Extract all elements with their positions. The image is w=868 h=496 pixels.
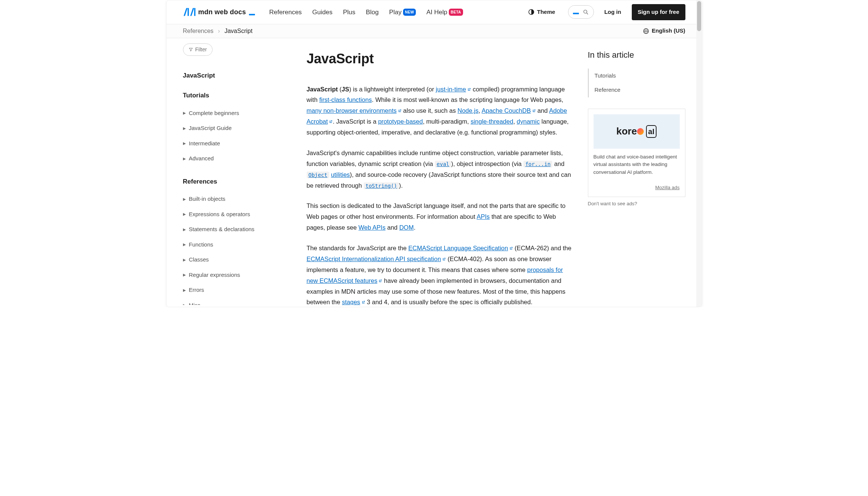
article: JavaScript JavaScript (JS) is a lightwei… xyxy=(307,43,577,305)
sidebar-item-errors[interactable]: ▶Errors xyxy=(183,282,292,298)
page-title: JavaScript xyxy=(307,49,573,69)
theme-button[interactable]: Theme xyxy=(528,8,555,16)
paragraph-4: The standards for JavaScript are the ECM… xyxy=(307,243,573,305)
filter-button[interactable]: Filter xyxy=(183,43,213,56)
link-dom[interactable]: DOM xyxy=(399,224,414,231)
sidebar-item-regular-expressions[interactable]: ▶Regular expressions xyxy=(183,267,292,283)
paragraph-1: JavaScript (JS) is a lightweight interpr… xyxy=(307,84,573,138)
breadcrumb: References › JavaScript xyxy=(183,27,253,36)
code-object[interactable]: Object xyxy=(307,172,330,178)
triangle-right-icon: ▶ xyxy=(183,242,186,247)
triangle-right-icon: ▶ xyxy=(183,302,186,305)
ad-logo: koreaI xyxy=(594,114,680,149)
triangle-right-icon: ▶ xyxy=(183,287,186,293)
link-prototype-based[interactable]: prototype-based xyxy=(378,118,423,125)
breadcrumb-bar: References › JavaScript English (US) xyxy=(166,24,702,38)
triangle-right-icon: ▶ xyxy=(183,227,186,232)
sidebar-item-classes[interactable]: ▶Classes xyxy=(183,252,292,267)
sidebar-heading-references: References xyxy=(183,177,292,187)
top-nav: mdn web docs References Guides Plus Blog… xyxy=(166,0,702,24)
mdn-logo-icon xyxy=(183,7,196,17)
link-stages[interactable]: stages xyxy=(342,299,365,305)
nav-guides[interactable]: Guides xyxy=(312,7,333,17)
new-badge: NEW xyxy=(403,9,416,16)
code-for-in[interactable]: for...in xyxy=(523,161,552,167)
search-icon xyxy=(583,9,589,15)
scrollbar[interactable] xyxy=(696,0,702,307)
triangle-right-icon: ▶ xyxy=(183,140,186,146)
toc-item-tutorials[interactable]: Tutorials xyxy=(595,69,685,83)
link-web-apis[interactable]: Web APIs xyxy=(358,224,385,231)
triangle-right-icon: ▶ xyxy=(183,257,186,263)
triangle-right-icon: ▶ xyxy=(183,272,186,278)
link-couchdb[interactable]: Apache CouchDB xyxy=(482,107,536,114)
search-cursor-icon xyxy=(573,13,579,14)
link-ecmascript-intl-spec[interactable]: ECMAScript Internationalization API spec… xyxy=(307,255,446,262)
triangle-right-icon: ▶ xyxy=(183,196,186,202)
nav-references[interactable]: References xyxy=(269,7,302,17)
nav-aihelp[interactable]: AI HelpBETA xyxy=(426,7,463,17)
nav-blog[interactable]: Blog xyxy=(366,7,379,17)
logo-text: mdn web docs xyxy=(198,7,246,17)
ad-attribution-link[interactable]: Mozilla ads xyxy=(594,184,680,191)
toc: In this article Tutorials Reference kore… xyxy=(588,43,685,305)
link-single-threaded[interactable]: single-threaded xyxy=(471,118,513,125)
link-first-class-functions[interactable]: first-class functions xyxy=(319,96,372,103)
sidebar-item-misc[interactable]: ▶Misc xyxy=(183,298,292,305)
sidebar-item-statements-declarations[interactable]: ▶Statements & declarations xyxy=(183,222,292,237)
paragraph-2: JavaScript's dynamic capabilities includ… xyxy=(307,148,573,191)
scrollbar-thumb[interactable] xyxy=(697,1,701,31)
beta-badge: BETA xyxy=(449,9,463,16)
ad-optout-link[interactable]: Don't want to see ads? xyxy=(588,200,685,208)
sidebar-heading-tutorials: Tutorials xyxy=(183,91,292,100)
language-selector[interactable]: English (US) xyxy=(643,27,685,35)
ad-text: Build chat and voice-based intelligent v… xyxy=(594,153,680,177)
svg-line-2 xyxy=(586,13,588,14)
search-input[interactable] xyxy=(568,5,594,19)
ad-logo-dot-icon xyxy=(637,128,644,135)
link-jit[interactable]: just-in-time xyxy=(436,86,471,93)
signup-button[interactable]: Sign up for free xyxy=(632,4,685,20)
sidebar-item-functions[interactable]: ▶Functions xyxy=(183,237,292,252)
svg-point-1 xyxy=(583,10,587,13)
link-apis[interactable]: APIs xyxy=(477,213,490,220)
ad-box[interactable]: koreaI Build chat and voice-based intell… xyxy=(588,109,685,197)
sidebar-item-javascript-guide[interactable]: ▶JavaScript Guide xyxy=(183,121,292,136)
link-object-utilities[interactable]: utilities xyxy=(331,171,350,178)
triangle-right-icon: ▶ xyxy=(183,156,186,161)
link-non-browser-environments[interactable]: many non-browser environments xyxy=(307,107,402,114)
sidebar-item-advanced[interactable]: ▶Advanced xyxy=(183,151,292,166)
theme-icon xyxy=(528,9,535,15)
link-nodejs[interactable]: Node.js xyxy=(457,107,478,114)
nav-plus[interactable]: Plus xyxy=(343,7,355,17)
globe-icon xyxy=(643,28,649,34)
paragraph-3: This section is dedicated to the JavaScr… xyxy=(307,200,573,233)
breadcrumb-root[interactable]: References xyxy=(183,27,214,36)
code-tostring[interactable]: toString() xyxy=(364,182,399,189)
code-eval[interactable]: eval xyxy=(435,161,451,167)
nav-play[interactable]: PlayNEW xyxy=(389,7,416,17)
sidebar-title[interactable]: JavaScript xyxy=(183,71,292,81)
logo-cursor-icon xyxy=(249,14,255,15)
main-nav: References Guides Plus Blog PlayNEW AI H… xyxy=(269,7,463,17)
toc-item-reference[interactable]: Reference xyxy=(595,83,685,97)
breadcrumb-current: JavaScript xyxy=(225,27,253,36)
sidebar-item-complete-beginners[interactable]: ▶Complete beginners xyxy=(183,106,292,121)
filter-icon xyxy=(189,47,193,52)
triangle-right-icon: ▶ xyxy=(183,211,186,217)
toc-heading: In this article xyxy=(588,49,685,61)
triangle-right-icon: ▶ xyxy=(183,110,186,116)
chevron-right-icon: › xyxy=(218,27,220,36)
sidebar: Filter JavaScript Tutorials ▶Complete be… xyxy=(183,43,295,305)
triangle-right-icon: ▶ xyxy=(183,125,186,131)
link-dynamic[interactable]: dynamic xyxy=(517,118,540,125)
sidebar-item-builtin-objects[interactable]: ▶Built-in objects xyxy=(183,191,292,207)
link-ecmascript-spec[interactable]: ECMAScript Language Specification xyxy=(408,245,513,251)
sidebar-item-intermediate[interactable]: ▶Intermediate xyxy=(183,136,292,151)
sidebar-item-expressions-operators[interactable]: ▶Expressions & operators xyxy=(183,207,292,222)
mdn-logo[interactable]: mdn web docs xyxy=(183,7,255,17)
login-button[interactable]: Log in xyxy=(604,8,621,16)
